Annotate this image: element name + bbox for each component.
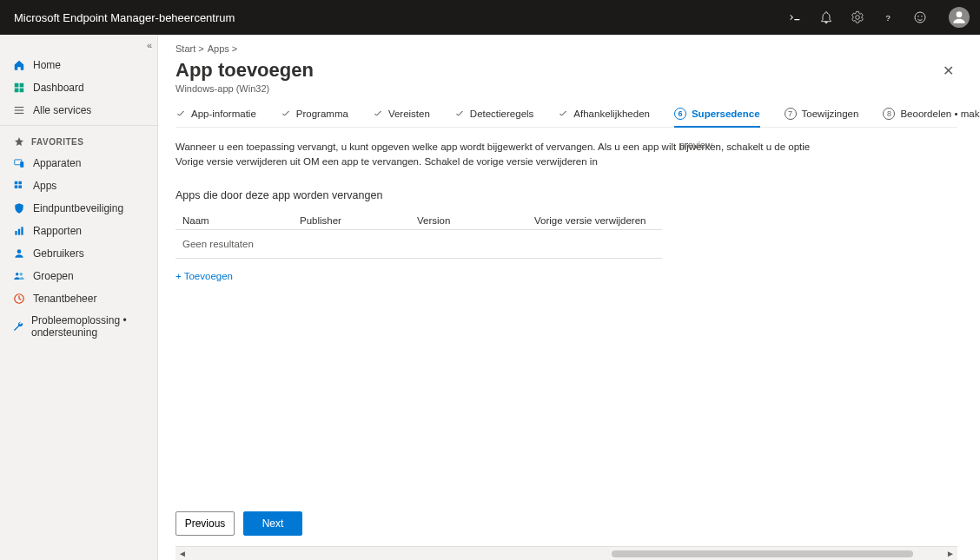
tab-label: Beoordelen • maken (900, 109, 980, 119)
sidebar-item-apps[interactable]: Apps (0, 175, 157, 197)
home-icon (12, 58, 26, 72)
supersedence-description: Wanneer u een toepassing vervangt, u kun… (175, 140, 836, 170)
svg-point-1 (915, 12, 925, 23)
tab-app-info[interactable]: App-informatie (175, 108, 256, 127)
wizard-footer: Previous Next (175, 501, 957, 546)
sidebar: « Home Dashboard Alle services FAVORITES (0, 35, 158, 560)
sidebar-favorites-label: FAVORITES (31, 137, 83, 147)
sidebar-item-reports[interactable]: Rapporten (0, 220, 157, 242)
step-number: 6 (674, 108, 686, 120)
svg-rect-17 (18, 185, 22, 188)
svg-rect-20 (21, 227, 23, 234)
user-icon (12, 247, 26, 260)
svg-rect-9 (15, 107, 24, 108)
sidebar-item-label: Home (33, 59, 61, 71)
tab-label: Supersedence (692, 109, 760, 119)
check-icon (373, 109, 383, 119)
horizontal-scrollbar[interactable]: ◄ ► (175, 546, 957, 560)
tab-label: Afhankelijkheden (573, 109, 650, 119)
sidebar-item-endpoint-security[interactable]: Eindpuntbeveiliging (0, 197, 157, 220)
breadcrumb: Start > Apps > (175, 43, 957, 54)
tab-supersedence[interactable]: 6 Supersedence (674, 108, 760, 127)
svg-rect-16 (15, 185, 18, 188)
col-name: Naam (182, 215, 300, 226)
svg-point-21 (17, 249, 22, 254)
feedback-icon[interactable] (912, 10, 928, 25)
add-supersede-link[interactable]: + Toevoegen (175, 271, 957, 281)
notifications-icon[interactable] (818, 10, 834, 25)
sidebar-item-label: Tenantbeheer (33, 293, 96, 305)
supersede-table: Naam Publisher Version Vorige versie ver… (175, 212, 662, 259)
svg-point-2 (917, 16, 918, 16)
sidebar-item-dashboard[interactable]: Dashboard (0, 76, 157, 99)
tab-label: Programma (296, 109, 348, 119)
col-version: Version (417, 215, 534, 226)
breadcrumb-apps[interactable]: Apps > (208, 43, 238, 54)
topbar-actions: ? (787, 7, 970, 28)
sidebar-item-label: Rapporten (33, 225, 82, 237)
all-services-icon (12, 103, 26, 117)
tab-program[interactable]: Programma (281, 108, 348, 127)
check-icon (454, 109, 465, 119)
tab-detection[interactable]: Detectieregels (454, 108, 534, 127)
topbar: Microsoft Endpoint Manager-beheercentrum… (0, 0, 980, 35)
svg-text:?: ? (886, 14, 891, 23)
svg-rect-15 (18, 181, 22, 185)
star-icon (12, 135, 26, 148)
svg-rect-5 (15, 83, 19, 88)
sidebar-favorites-header: FAVORITES (0, 129, 157, 152)
tab-requirements[interactable]: Vereisten (373, 108, 430, 127)
svg-point-23 (20, 273, 23, 276)
sidebar-item-groups[interactable]: Groepen (0, 265, 157, 287)
svg-point-4 (957, 11, 963, 17)
sidebar-item-label: Apparaten (33, 157, 81, 169)
table-row-empty: Geen resultaten (175, 230, 662, 259)
sidebar-item-label: Dashboard (33, 82, 84, 94)
tab-review[interactable]: 8 Beoordelen • maken (883, 108, 980, 127)
next-button[interactable]: Next (243, 511, 302, 536)
scroll-thumb[interactable] (612, 550, 913, 557)
scroll-right-icon[interactable]: ► (944, 549, 957, 558)
page-title: App toevoegen (175, 59, 314, 82)
col-delete-prev: Vorige versie verwijderen (534, 215, 655, 226)
sidebar-item-devices[interactable]: Apparaten (0, 152, 157, 175)
sidebar-item-all-services[interactable]: Alle services (0, 99, 157, 122)
svg-rect-18 (15, 231, 17, 235)
breadcrumb-start[interactable]: Start > (175, 43, 204, 54)
sidebar-collapse[interactable]: « (147, 40, 152, 50)
sidebar-item-home[interactable]: Home (0, 54, 157, 76)
col-publisher: Publisher (300, 215, 417, 226)
help-icon[interactable]: ? (881, 10, 897, 25)
previous-button[interactable]: Previous (175, 511, 235, 536)
sidebar-item-users[interactable]: Gebruikers (0, 242, 157, 265)
tab-label: Toewijzingen (802, 109, 859, 119)
step-number: 7 (785, 108, 797, 120)
page-subtitle: Windows-app (Win32) (175, 83, 314, 94)
sidebar-separator (0, 125, 157, 126)
svg-point-3 (921, 16, 922, 16)
sidebar-item-label: Eindpuntbeveiliging (33, 202, 123, 214)
wrench-icon (12, 320, 24, 333)
tab-label: Detectieregels (470, 109, 534, 119)
sidebar-item-label: Alle services (33, 104, 91, 116)
settings-icon[interactable] (850, 10, 865, 25)
svg-rect-8 (20, 89, 24, 93)
avatar[interactable] (949, 7, 970, 28)
tab-dependencies[interactable]: Afhankelijkheden (558, 108, 650, 127)
scroll-left-icon[interactable]: ◄ (175, 549, 189, 558)
sidebar-item-label: Apps (33, 180, 56, 192)
shield-icon (12, 201, 26, 215)
cloud-shell-icon[interactable] (787, 10, 803, 25)
step-number: 8 (883, 108, 895, 120)
check-icon (558, 109, 568, 119)
scroll-track[interactable] (189, 549, 944, 559)
devices-icon (12, 156, 26, 170)
svg-rect-10 (15, 109, 24, 110)
sidebar-item-troubleshoot[interactable]: Probleemoplossing • ondersteuning (0, 310, 157, 343)
tab-assignments[interactable]: 7 Toewijzingen (785, 108, 859, 127)
close-button[interactable]: ✕ (939, 59, 957, 82)
dashboard-icon (12, 81, 26, 95)
groups-icon (12, 269, 26, 283)
sidebar-item-label: Groepen (33, 270, 74, 282)
sidebar-item-tenant-admin[interactable]: Tenantbeheer (0, 287, 157, 310)
